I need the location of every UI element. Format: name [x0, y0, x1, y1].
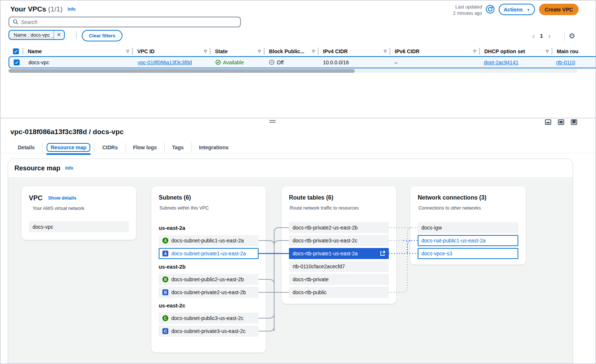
vpc-item-docs-vpc[interactable]: docs-vpc	[29, 221, 129, 232]
column-header-name[interactable]: Name▽	[23, 46, 133, 56]
route-table-item-rtb-0110cface2acecfd7[interactable]: rtb-0110cface2acecfd7	[289, 261, 389, 272]
subnet-item-docs-subnet-public3-us-east-2c[interactable]: Cdocs-subnet-public3-us-east-2c	[159, 313, 259, 324]
sort-icon[interactable]: ▽	[258, 49, 261, 53]
az-public-badge: B	[162, 276, 168, 282]
vpc-count: (1/1)	[48, 5, 63, 13]
subnet-item-docs-subnet-public1-us-east-2a[interactable]: Adocs-subnet-public1-us-east-2a	[159, 235, 259, 246]
sort-icon[interactable]: ▽	[546, 49, 549, 53]
horizontal-scrollbar-thumb[interactable]	[9, 69, 355, 73]
network-connection-item-docs-vpce-s3[interactable]: docs-vpce-s3	[418, 248, 518, 259]
network-connection-item-docs-igw[interactable]: docs-igw	[418, 222, 518, 233]
clear-filters-button[interactable]: Clear filters	[82, 30, 122, 41]
cell-main-route[interactable]: rtb-0110	[552, 57, 596, 68]
tab-tags[interactable]: Tags	[164, 143, 191, 152]
subnet-item-docs-subnet-private2-us-east-2b[interactable]: Bdocs-subnet-private2-us-east-2b	[159, 287, 259, 298]
az-public-badge: A	[162, 238, 168, 244]
pagination: ‹ 1 ›	[532, 32, 550, 40]
refresh-button[interactable]	[485, 4, 495, 15]
filter-divider	[76, 31, 77, 39]
show-details-link[interactable]: Show details	[48, 195, 76, 201]
route-table-item-docs-rtb-public[interactable]: docs-rtb-public	[289, 287, 389, 298]
search-input[interactable]	[21, 19, 240, 25]
az-private-badge: A	[162, 251, 168, 256]
cell-block-public: Off	[265, 57, 319, 68]
column-header-ipv6-cidr[interactable]: IPv6 CIDR▽	[390, 46, 480, 56]
route-tables-card-title: Route tables (6)	[289, 194, 333, 201]
subnet-item-docs-subnet-private1-us-east-2a[interactable]: Adocs-subnet-private1-us-east-2a	[159, 248, 259, 259]
info-link[interactable]: Info	[67, 7, 75, 12]
route-tables-item-list: docs-rtb-private2-us-east-2bdocs-rtb-pri…	[289, 222, 389, 298]
route-table-item-docs-rtb-private2-us-east-2b[interactable]: docs-rtb-private2-us-east-2b	[289, 222, 389, 233]
table-row[interactable]: docs-vpcvpc-018f086a13f3c3f8dAvailableOf…	[9, 56, 596, 68]
route-table-item-docs-rtb-private[interactable]: docs-rtb-private	[289, 274, 389, 285]
resource-map-info-link[interactable]: Info	[65, 166, 73, 171]
subnets-card-subtitle: Subnets within this VPC	[159, 205, 209, 211]
create-vpc-button[interactable]: Create VPC	[539, 4, 579, 15]
tab-details[interactable]: Details	[10, 143, 42, 152]
route-table-item-docs-rtb-private1-us-east-2a[interactable]: docs-rtb-private1-us-east-2a	[289, 248, 389, 259]
chevron-down-icon: ▼	[527, 8, 530, 12]
actions-button[interactable]: Actions ▼	[499, 4, 535, 15]
settings-gear-icon[interactable]: ⚙	[569, 31, 575, 40]
prev-page-button[interactable]: ‹	[532, 32, 535, 40]
split-panel-drag-handle[interactable]	[269, 120, 276, 123]
search-box[interactable]	[9, 17, 241, 27]
route-table-item-docs-rtb-private3-us-east-2c[interactable]: docs-rtb-private3-us-east-2c	[289, 235, 389, 246]
cell-ipv6: –	[390, 57, 479, 68]
column-header-dhcp-option-set[interactable]: DHCP option set▽	[480, 46, 552, 56]
sort-icon[interactable]: ▽	[126, 49, 129, 53]
network-connection-item-docs-nat-public1-us-east-2a[interactable]: docs-nat-public1-us-east-2a	[418, 235, 518, 246]
cell-vpc-id[interactable]: vpc-018f086a13f3c3f8d	[133, 57, 211, 68]
sort-icon[interactable]: ▽	[473, 49, 476, 53]
availability-zone-group-label: us-east-2b	[159, 262, 259, 272]
resource-map-title: Resource map Info	[14, 164, 73, 172]
filter-chip[interactable]: Name : docs-vpc ✕	[9, 30, 65, 40]
column-header-block-public-[interactable]: Block Public...▽	[265, 46, 319, 56]
pager-divider	[564, 31, 565, 41]
detail-tabs: Details Resource map CIDRs Flow logs Tag…	[10, 142, 236, 153]
next-page-button[interactable]: ›	[548, 32, 550, 40]
column-header-ipv4-cidr[interactable]: IPv4 CIDR▽	[319, 46, 390, 56]
network-connections-card-title: Network connections (3)	[418, 194, 486, 201]
tabs-divider	[0, 153, 596, 153]
page-title-text: Your VPCs	[10, 5, 46, 13]
page-title: Your VPCs (1/1) Info	[10, 5, 75, 13]
external-link-icon[interactable]	[380, 251, 385, 256]
vpc-card-subtitle: Your AWS virtual network	[33, 206, 84, 211]
availability-zone-group-label: us-east-2a	[159, 223, 259, 233]
column-header-main-rou[interactable]: Main rou	[552, 46, 596, 56]
sort-icon[interactable]: ▽	[384, 49, 387, 53]
subnets-card-title: Subnets (6)	[159, 194, 191, 201]
panel-size-large-button[interactable]	[571, 119, 577, 125]
tab-resource-map[interactable]: Resource map	[42, 143, 94, 152]
tab-cidrs[interactable]: CIDRs	[94, 143, 125, 152]
panel-size-medium-button[interactable]	[558, 119, 564, 125]
row-checkbox[interactable]	[9, 57, 24, 68]
filter-chip-close-icon[interactable]: ✕	[54, 31, 64, 39]
vpc-console-page: Your VPCs (1/1) Info Last updated 2 minu…	[0, 0, 596, 364]
column-header-state[interactable]: State▽	[211, 46, 265, 56]
subnet-item-docs-subnet-public2-us-east-2b[interactable]: Bdocs-subnet-public2-us-east-2b	[159, 274, 259, 285]
sort-icon[interactable]: ▽	[204, 49, 207, 53]
network-connections-item-list: docs-igwdocs-nat-public1-us-east-2adocs-…	[418, 222, 518, 259]
route-tables-card-subtitle: Route network traffic to resources	[290, 205, 359, 211]
tab-integrations[interactable]: Integrations	[191, 143, 236, 152]
tab-flow-logs[interactable]: Flow logs	[125, 143, 164, 152]
horizontal-scrollbar-track[interactable]	[9, 69, 578, 73]
detail-panel-title: vpc-018f086a13f3c3f8d / docs-vpc	[10, 128, 124, 136]
network-connections-card-subtitle: Connections to other networks	[418, 205, 481, 211]
vpc-item-list: docs-vpc	[29, 221, 129, 232]
last-updated-label: Last updated 2 minutes ago	[426, 4, 482, 17]
sort-icon[interactable]: ▽	[312, 49, 315, 53]
subnets-item-list: us-east-2aAdocs-subnet-public1-us-east-2…	[159, 220, 259, 337]
refresh-icon	[486, 5, 495, 14]
cell-state: Available	[211, 57, 265, 68]
table-header: Name▽VPC ID▽State▽Block Public...▽IPv4 C…	[9, 46, 596, 56]
panel-size-small-button[interactable]	[545, 119, 551, 125]
cell-dhcp[interactable]: dopt-2ac94141	[479, 57, 552, 68]
column-header-vpc-id[interactable]: VPC ID▽	[133, 46, 211, 56]
select-all-checkbox[interactable]	[9, 46, 23, 56]
cell-ipv4: 10.0.0.0/16	[319, 57, 390, 68]
subnet-item-docs-subnet-private3-us-east-2c[interactable]: Cdocs-subnet-private3-us-east-2c	[159, 326, 259, 337]
current-page: 1	[540, 33, 543, 39]
